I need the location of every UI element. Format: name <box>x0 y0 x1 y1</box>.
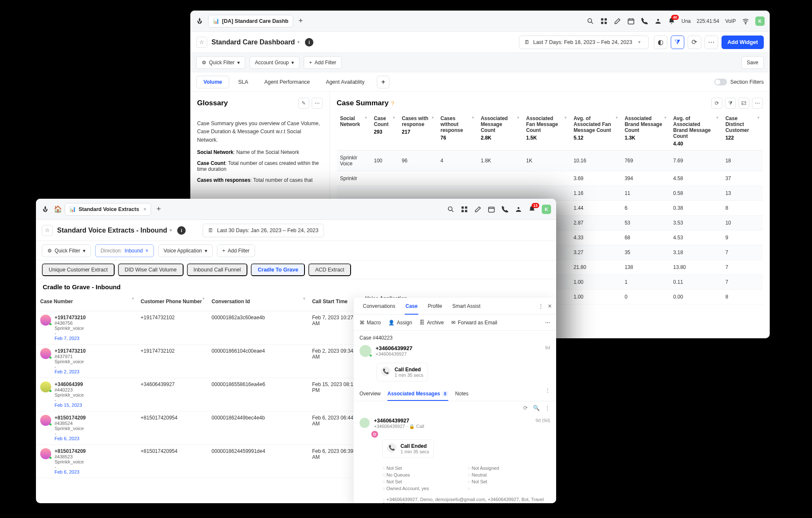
add-filter-button[interactable]: + Add Filter <box>304 56 342 69</box>
section-tabs: Unique Customer Extract DID Wise Call Vo… <box>36 260 556 279</box>
avatar <box>359 418 370 428</box>
column-header[interactable]: Social Network▾ <box>337 113 370 151</box>
subtab[interactable]: ACD Extract <box>308 263 351 276</box>
new-tab-button[interactable]: + <box>154 205 163 214</box>
edit-icon[interactable]: ✎ <box>298 98 309 109</box>
column-header[interactable]: Case Count▾293 <box>370 113 398 151</box>
section-filters-toggle[interactable]: Section Filters <box>714 79 764 85</box>
add-widget-button[interactable]: Add Widget <box>721 36 764 49</box>
direction-filter[interactable]: Direction: Inbound × <box>95 244 154 257</box>
browser-tab[interactable]: 📊 [DA] Standard Care Dashb <box>208 15 293 27</box>
close-tab-icon[interactable]: × <box>143 206 146 212</box>
chart-icon[interactable]: 🗠 <box>738 98 749 109</box>
column-header[interactable]: Avg. of Associated Brand Message Count▾4… <box>670 113 722 151</box>
team-icon[interactable] <box>654 17 662 25</box>
column-header[interactable]: Case Distinct Customer▾122 <box>722 113 763 151</box>
table-row[interactable]: Sprinklr3.693944.5837 <box>337 171 763 186</box>
more-icon[interactable]: ⋯ <box>752 98 763 109</box>
subtab[interactable]: DID Wise Call Volume <box>118 263 184 276</box>
subtab[interactable]: Unique Customer Extract <box>42 263 115 276</box>
modal-tab[interactable]: Profile <box>422 298 447 315</box>
info-icon[interactable]: i <box>305 38 313 47</box>
column-header[interactable]: Associated Message Count▾2.8K <box>477 113 523 151</box>
compose-icon[interactable] <box>474 206 482 213</box>
more-icon[interactable]: ⋯ <box>312 98 323 109</box>
add-filter-button[interactable]: + Add Filter <box>217 244 255 257</box>
title-caret[interactable]: ▾ <box>297 39 300 45</box>
refresh-icon[interactable]: ⟳ <box>711 98 722 109</box>
column-header[interactable]: Conversation Id▾ <box>207 292 308 311</box>
column-header[interactable]: Case Number▾ <box>36 292 137 311</box>
macro-action[interactable]: ⌘ Macro <box>359 320 381 326</box>
avatar[interactable]: K <box>542 205 551 214</box>
phone-icon[interactable] <box>641 17 648 25</box>
modal-tab[interactable]: Conversations <box>358 298 401 315</box>
tab-agent-perf[interactable]: Agent Performance <box>257 76 317 88</box>
account-group-filter[interactable]: Account Group ▾ <box>250 56 299 69</box>
filter-icon[interactable]: ⧩ <box>725 98 736 109</box>
forward-action[interactable]: ✉ Forward as Email <box>451 320 497 326</box>
compose-icon[interactable] <box>614 17 621 25</box>
new-tab-button[interactable]: + <box>296 16 305 25</box>
more-icon[interactable]: ⋮ <box>545 405 550 411</box>
modal-more-icon[interactable]: ⋮ <box>538 303 543 309</box>
info-icon[interactable]: i <box>177 226 186 235</box>
theme-button[interactable]: ◐ <box>654 36 667 49</box>
more-button[interactable]: ⋯ <box>705 36 718 49</box>
home-icon[interactable]: 🏠 <box>54 205 62 213</box>
column-header[interactable]: Associated Fan Message Count▾1.5K <box>523 113 570 151</box>
clear-icon[interactable]: × <box>145 248 148 254</box>
assign-action[interactable]: 👤 Assign <box>388 320 412 326</box>
summary-title: Case Summary <box>337 99 389 107</box>
favorite-button[interactable]: ☆ <box>196 37 207 48</box>
table-row[interactable]: Sprinklr Voice1009641.8K1K10.167697.6918 <box>337 151 763 171</box>
team-icon[interactable] <box>515 206 522 213</box>
search-icon[interactable] <box>447 206 455 213</box>
apps-icon[interactable] <box>461 206 468 213</box>
modal-close-icon[interactable]: ✕ <box>548 303 552 309</box>
column-header[interactable]: Customer Phone Number▾ <box>137 292 208 311</box>
tab-sla[interactable]: SLA <box>231 76 255 88</box>
calendar-icon[interactable] <box>488 206 495 213</box>
date-range-picker[interactable]: 🗓Last 30 Days: Jan 26, 2023 – Feb 24, 20… <box>203 224 324 237</box>
search-icon[interactable] <box>587 17 594 25</box>
avatar[interactable]: K <box>755 16 765 26</box>
column-header[interactable]: Cases without response▾76 <box>437 113 477 151</box>
more-icon[interactable]: ⋯ <box>545 320 550 326</box>
save-button[interactable]: Save <box>741 56 764 69</box>
column-header[interactable]: Avg. of Associated Fan Message Count▾5.1… <box>570 113 621 151</box>
modal-tab[interactable]: Smart Assist <box>447 298 486 315</box>
svg-rect-9 <box>461 206 464 208</box>
refresh-icon[interactable]: ⟳ <box>523 405 528 411</box>
glossary-title: Glossary <box>197 99 228 107</box>
quick-filter[interactable]: ⚙ Quick Filter ▾ <box>42 244 91 257</box>
browser-tab[interactable]: 📊 Standard Voice Extracts × <box>65 203 151 216</box>
bell-icon[interactable]: 13 <box>528 206 536 213</box>
search-icon[interactable]: 🔍 <box>533 405 540 411</box>
toggle-switch[interactable] <box>714 79 727 85</box>
modal-tab-active[interactable]: Case <box>401 298 423 315</box>
add-tab-button[interactable]: + <box>377 76 390 88</box>
column-header[interactable]: Cases with response▾217 <box>398 113 437 151</box>
quick-filter[interactable]: ⚙ Quick Filter ▾ <box>196 56 245 69</box>
subtab-active[interactable]: Cradle To Grave <box>251 263 305 276</box>
column-header[interactable]: Associated Brand Message Count▾1.3K <box>621 113 670 151</box>
filter-bar: ⚙ Quick Filter ▾ Direction: Inbound × Vo… <box>36 241 556 260</box>
calendar-icon[interactable] <box>627 17 635 25</box>
refresh-button[interactable]: ⟳ <box>688 36 701 49</box>
filter-button[interactable]: ⧩ <box>671 36 684 49</box>
tab-volume[interactable]: Volume <box>196 76 229 88</box>
archive-action[interactable]: 🗄 Archive <box>420 320 444 326</box>
phone-icon[interactable] <box>501 206 509 213</box>
bell-icon[interactable]: 40 <box>668 17 675 25</box>
voice-app-filter[interactable]: Voice Application ▾ <box>158 244 213 257</box>
favorite-button[interactable]: ☆ <box>42 225 53 236</box>
tab-agent-avail[interactable]: Agent Availablity <box>319 76 372 88</box>
svg-rect-13 <box>488 207 494 212</box>
date-range-picker[interactable]: 🗓 Last 7 Days: Feb 18, 2023 – Feb 24, 20… <box>519 36 649 49</box>
list-title: Cradle to Grave - Inbound <box>36 279 556 292</box>
apps-icon[interactable] <box>600 17 608 25</box>
more-icon[interactable]: ⋮ <box>545 387 550 401</box>
subtab[interactable]: Inbound Call Funnel <box>187 263 248 276</box>
glossary-def: Cases with responses: Total number of ca… <box>197 177 323 183</box>
